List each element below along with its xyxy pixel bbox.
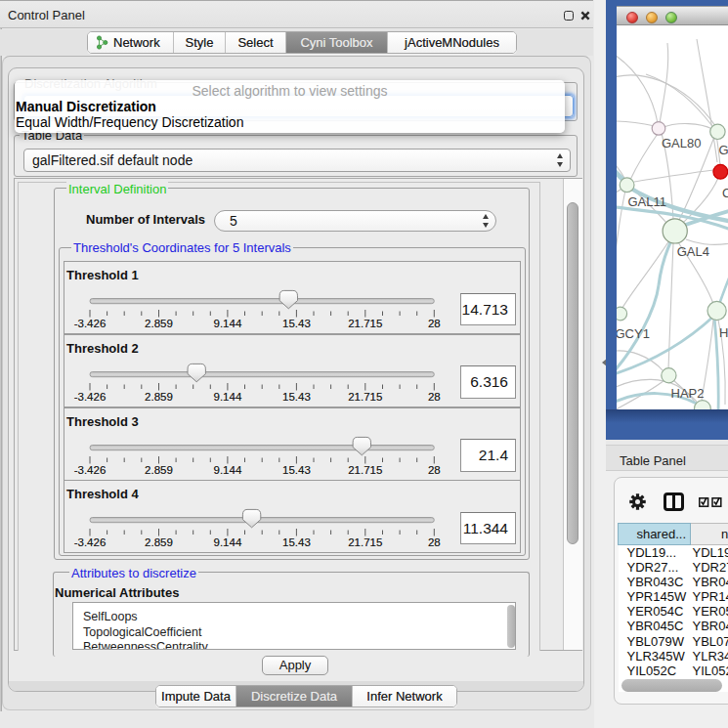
svg-text:GAL11: GAL11 bbox=[627, 194, 666, 209]
svg-text:G: G bbox=[719, 143, 728, 157]
svg-text:HAP2: HAP2 bbox=[671, 386, 705, 401]
svg-text:GCY1: GCY1 bbox=[617, 326, 650, 341]
svg-text:GAL80: GAL80 bbox=[662, 136, 701, 150]
svg-text:H: H bbox=[719, 325, 728, 340]
svg-text:C: C bbox=[722, 186, 728, 200]
svg-text:GAL4: GAL4 bbox=[677, 244, 709, 259]
